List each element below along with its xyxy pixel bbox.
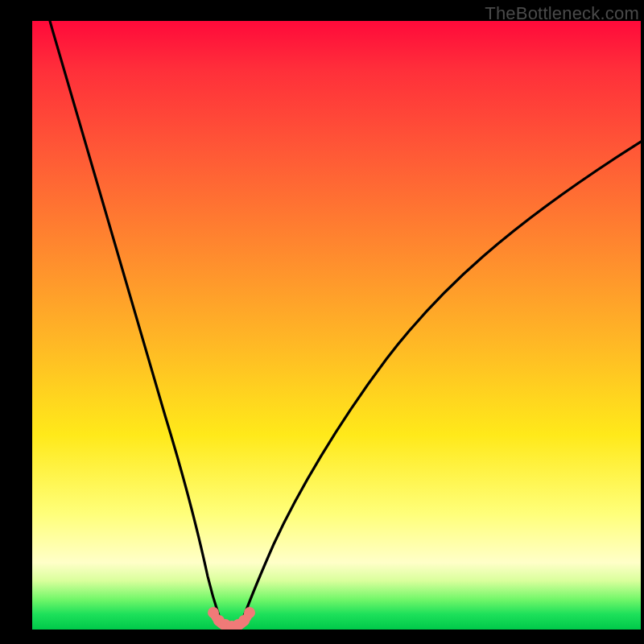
curve-left: [50, 21, 220, 618]
chart-frame: [32, 21, 641, 630]
chart-svg: [32, 21, 641, 630]
curve-right: [243, 142, 641, 618]
valley-dots-group: [208, 607, 255, 630]
valley-dot: [244, 607, 255, 618]
